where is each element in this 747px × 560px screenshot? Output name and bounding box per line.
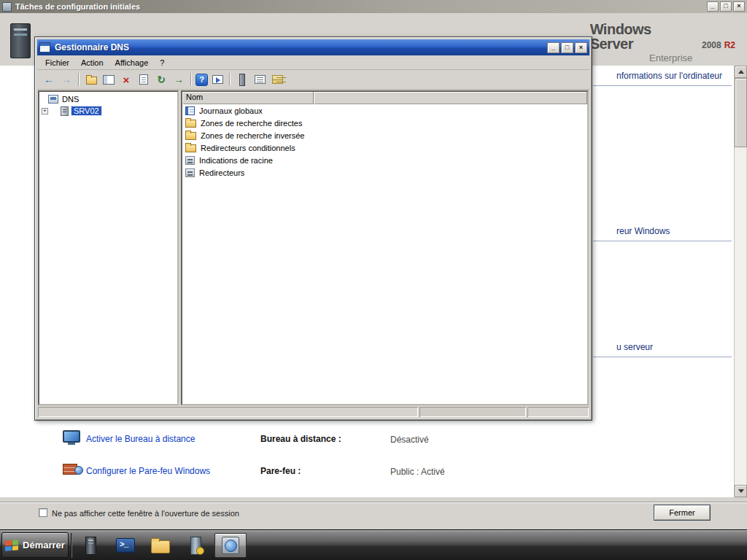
dns-globe-icon: [222, 537, 239, 554]
start-label: Démarrer: [23, 540, 65, 551]
log-icon: [185, 106, 195, 115]
status-segment: [38, 407, 418, 417]
desktop: Tâches de configuration initiales _ □ × …: [0, 0, 747, 560]
firewall-value: Public : Activé: [390, 467, 445, 477]
remote-desktop-field-label: Bureau à distance :: [260, 434, 341, 444]
windows-start-icon: [5, 540, 18, 551]
taskbar-item-server-manager[interactable]: [74, 533, 107, 558]
initial-config-icon: [190, 537, 201, 555]
delete-icon[interactable]: ×: [118, 72, 134, 87]
close-button[interactable]: ×: [575, 42, 587, 53]
configure-firewall-link[interactable]: Configurer le Pare-feu Windows: [86, 466, 210, 476]
section-divider: [593, 357, 732, 357]
tree-root-label: DNS: [62, 95, 79, 104]
maximize-button[interactable]: □: [561, 42, 573, 53]
list-item-label: Redirecteurs: [199, 168, 244, 177]
start-button[interactable]: Démarrer: [1, 532, 69, 558]
close-button[interactable]: ×: [733, 1, 745, 12]
list-item-label: Redirecteurs conditionnels: [201, 144, 295, 152]
dns-console-app-icon: [39, 42, 50, 52]
status-segment: [419, 407, 526, 417]
server-manager-icon: [85, 537, 96, 555]
toolbar-separator: [78, 73, 80, 86]
dns-titlebar[interactable]: Gestionnaire DNS _ □ ×: [37, 39, 589, 55]
section-update-windows: reur Windows: [616, 226, 670, 236]
dns-menubar: Fichier Action Affichage ?: [37, 55, 589, 70]
properties-icon[interactable]: [136, 72, 152, 87]
section-customize-server: u serveur: [616, 342, 653, 352]
menu-action[interactable]: Action: [75, 57, 109, 69]
logo-brand: Windows Server: [590, 22, 697, 51]
help-icon[interactable]: ?: [196, 74, 208, 86]
list-item-forwarders[interactable]: Redirecteurs: [182, 166, 587, 179]
column-header-name[interactable]: Nom: [182, 92, 314, 104]
show-console-tree-icon[interactable]: [101, 72, 117, 87]
section-computer-info: nformations sur l'ordinateur: [616, 71, 722, 81]
logo-version: 2008: [702, 40, 721, 51]
folder-icon: [185, 120, 196, 128]
tree-node-server[interactable]: + SRV02: [39, 105, 177, 117]
main-window-titlebar: Tâches de configuration initiales _ □ ×: [0, 0, 747, 13]
dont-show-again-label: Ne pas afficher cette fenêtre à l'ouvert…: [52, 509, 239, 518]
firewall-icon: [63, 462, 83, 477]
dns-window-title: Gestionnaire DNS: [55, 42, 546, 52]
expand-icon[interactable]: +: [42, 108, 48, 114]
firewall-field-label: Pare-feu :: [260, 466, 301, 476]
new-window-icon[interactable]: [209, 72, 225, 87]
filter-icon[interactable]: [269, 72, 285, 87]
list-item-global-logs[interactable]: Journaux globaux: [182, 104, 587, 117]
back-icon[interactable]: ←: [41, 72, 57, 87]
main-window-scrollbar[interactable]: [734, 66, 746, 497]
minimize-button[interactable]: _: [547, 42, 560, 53]
minimize-button[interactable]: _: [707, 1, 719, 12]
list-item-root-hints[interactable]: Indications de racine: [182, 154, 587, 166]
powershell-icon: [116, 538, 135, 553]
toolbar-separator: [190, 73, 192, 86]
details-pane-icon[interactable]: [234, 72, 250, 87]
menu-file[interactable]: Fichier: [39, 57, 75, 69]
list-item-label: Zones de recherche inversée: [201, 131, 304, 140]
dns-body: DNS + SRV02 Nom Journaux globaux: [38, 90, 589, 405]
restore-button[interactable]: □: [720, 1, 732, 12]
list-item-forward-zones[interactable]: Zones de recherche directes: [182, 117, 587, 129]
list-item-label: Journaux globaux: [199, 106, 263, 115]
export-list-icon[interactable]: →: [171, 72, 187, 87]
close-window-button[interactable]: Fermer: [654, 505, 711, 521]
taskbar-item-dns-manager[interactable]: [214, 533, 247, 558]
folder-icon: [185, 144, 196, 152]
dns-manager-window: Gestionnaire DNS _ □ × Fichier Action Af…: [34, 36, 592, 421]
list-item-reverse-zones[interactable]: Zones de recherche inversée: [182, 129, 587, 141]
up-level-icon[interactable]: [83, 72, 99, 87]
scrollbar-thumb[interactable]: [735, 78, 747, 147]
list-item-conditional-forwarders[interactable]: Redirecteurs conditionnels: [182, 141, 587, 154]
remote-desktop-value: Désactivé: [390, 435, 429, 445]
enable-remote-desktop-link[interactable]: Activer le Bureau à distance: [86, 434, 195, 444]
section-divider: [593, 85, 732, 86]
column-header-empty: [314, 92, 587, 104]
taskbar-item-initial-config[interactable]: [179, 533, 212, 558]
list-header: Nom: [182, 92, 587, 104]
dont-show-again-checkbox[interactable]: [39, 508, 47, 517]
scroll-up-icon[interactable]: [735, 66, 747, 78]
dns-toolbar: ← → × ↻ → ?: [37, 70, 589, 90]
scroll-down-icon[interactable]: [735, 485, 747, 497]
console-tree-pane: DNS + SRV02: [38, 90, 179, 405]
menu-help[interactable]: ?: [154, 57, 170, 69]
list-item-label: Zones de recherche directes: [201, 119, 302, 128]
explorer-folder-icon: [151, 540, 170, 553]
refresh-icon[interactable]: ↻: [153, 72, 169, 87]
folder-icon: [185, 132, 196, 140]
taskbar-item-explorer[interactable]: [144, 533, 177, 558]
details-list-pane: Nom Journaux globaux Zones de recherche …: [181, 90, 589, 405]
server-tower-icon: [10, 23, 31, 58]
windows-server-logo: Windows Server 2008 R2 Enterprise: [568, 22, 735, 63]
tree-node-dns-root[interactable]: DNS: [39, 93, 177, 105]
list-view-icon[interactable]: [252, 72, 268, 87]
toolbar-separator: [229, 73, 231, 86]
menu-view[interactable]: Affichage: [109, 57, 155, 69]
dns-statusbar: [38, 407, 589, 417]
forward-icon[interactable]: →: [58, 72, 74, 87]
main-window-title: Tâches de configuration initiales: [15, 2, 705, 11]
taskbar-item-powershell[interactable]: [109, 533, 142, 558]
server-node-icon: [61, 106, 69, 116]
